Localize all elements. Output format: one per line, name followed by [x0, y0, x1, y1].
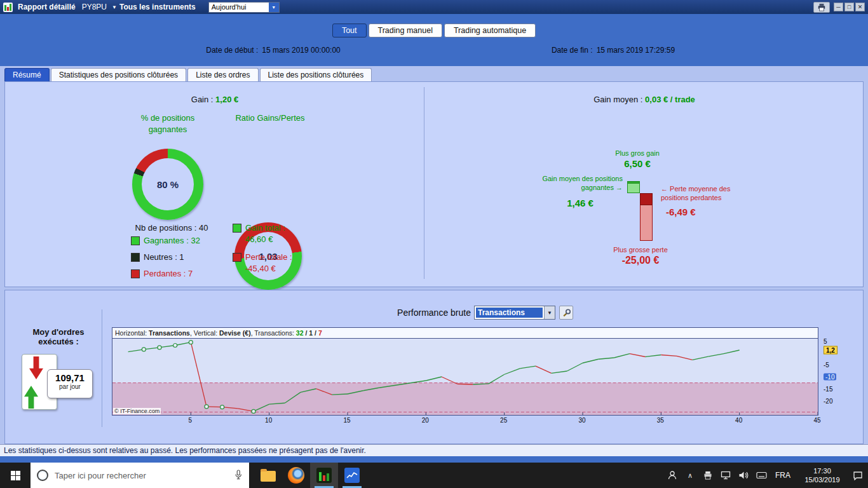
- mode-tabs: Tout Trading manuel Trading automatique: [0, 24, 868, 37]
- tab-statistiques[interactable]: Statistiques des positions clôturées: [51, 68, 186, 81]
- instruments-label: Tous les instruments: [119, 3, 196, 11]
- x-tick-label: 25: [500, 417, 507, 424]
- avg-orders-unit: par jour: [48, 383, 92, 390]
- info-transactions-label: Transactions:: [254, 329, 296, 337]
- instruments-dropdown[interactable]: ▼ Tous les instruments: [112, 3, 196, 11]
- x-tick-label: 20: [422, 417, 429, 424]
- tab-trading-manuel[interactable]: Trading manuel: [369, 24, 442, 37]
- language-indicator[interactable]: FRA: [771, 471, 794, 480]
- tray-chevron-up[interactable]: ∧: [682, 463, 698, 488]
- ratio-title: Ratio Gains/Pertes: [235, 112, 305, 124]
- firefox-button[interactable]: [282, 463, 310, 488]
- period-select[interactable]: Aujourd'hui ▼: [208, 2, 280, 13]
- start-button[interactable]: [0, 463, 31, 488]
- printer-icon: [817, 3, 826, 11]
- chart-settings-icon: [562, 308, 571, 318]
- restore-button[interactable]: □: [844, 3, 854, 11]
- search-placeholder: Taper ici pour rechercher: [55, 471, 146, 480]
- x-tick-label: 10: [265, 417, 272, 424]
- gain-value: 1,20 €: [215, 95, 238, 104]
- x-axis-labels: 51015202530354045: [112, 417, 817, 426]
- tray-printer-icon[interactable]: [700, 463, 715, 488]
- window-bottom-edge: [0, 456, 868, 463]
- legend-label-perdantes: Perdantes : 7: [144, 269, 193, 278]
- max-gain-label: Plus gros gain: [601, 149, 674, 158]
- avg-loss-value: -6,49 €: [666, 207, 729, 217]
- tray-display-icon[interactable]: [718, 463, 733, 488]
- gain-moyen-row: Gain moyen : 0,03 € / trade: [428, 95, 860, 104]
- tab-resume[interactable]: Résumé: [4, 68, 50, 81]
- titlebar: Rapport détaillé PY8PU ▼ Tous les instru…: [0, 0, 868, 14]
- account-label[interactable]: PY8PU: [82, 3, 107, 11]
- keyboard-icon[interactable]: [754, 463, 769, 488]
- panel-divider: [424, 87, 424, 279]
- info-horizontal-label: Horizontal:: [115, 329, 149, 337]
- winrate-value: 80 %: [157, 179, 179, 190]
- print-button[interactable]: [813, 2, 830, 13]
- date-start-value: 15 mars 2019 00:00:00: [262, 46, 340, 55]
- date-end-label: Date de fin :: [552, 46, 593, 55]
- arrow-right-icon: →: [616, 184, 623, 191]
- clock-date: 15/03/2019: [797, 475, 848, 484]
- info-sep: /: [313, 329, 318, 337]
- y-tick-label: -10: [824, 374, 836, 381]
- x-tick-label: 30: [578, 417, 585, 424]
- chart-info-bar: Horizontal: Transactions, Vertical: Devi…: [112, 328, 818, 339]
- winrate-title: % de positions gagnantes: [132, 112, 203, 135]
- file-explorer-button[interactable]: [254, 463, 282, 488]
- equity-chart: Horizontal: Transactions, Vertical: Devi…: [112, 327, 818, 416]
- y-tick-label: 5: [824, 337, 827, 344]
- people-icon[interactable]: [665, 463, 680, 488]
- avg-loss-label: Perte moyenne des positions perdantes: [661, 185, 730, 201]
- chevron-down-icon: ▼: [112, 4, 117, 10]
- trading-app-button[interactable]: [310, 463, 338, 488]
- tab-tout[interactable]: Tout: [332, 24, 367, 37]
- legend-neutres: Neutres : 1: [131, 252, 200, 262]
- firefox-icon: [288, 467, 304, 484]
- date-start: Date de début : 15 mars 2019 00:00:00: [162, 46, 384, 55]
- legend-label-neutres: Neutres : 1: [144, 252, 184, 262]
- action-center-icon[interactable]: [850, 463, 865, 488]
- legend-swatch-perdantes: [131, 269, 140, 278]
- minimize-button[interactable]: ─: [834, 3, 843, 11]
- perf-divider: [102, 309, 102, 427]
- gain-total-swatch: [233, 224, 241, 233]
- tab-liste-positions[interactable]: Liste des positions clôturées: [260, 68, 372, 81]
- info-losses: 7: [318, 329, 322, 337]
- close-button[interactable]: ✕: [855, 3, 865, 11]
- system-tray: ∧ FRA 17:30 15/03/2019: [665, 463, 868, 488]
- taskbar-search[interactable]: Taper ici pour rechercher: [31, 463, 249, 488]
- legend-swatch-neutres: [131, 253, 140, 262]
- info-vertical-value: Devise (€): [219, 329, 251, 337]
- gain-total-label: Gain total :: [245, 223, 285, 233]
- tab-liste-ordres[interactable]: Liste des ordres: [187, 68, 258, 81]
- info-sep: /: [304, 329, 309, 337]
- microphone-icon[interactable]: [234, 469, 243, 482]
- chevron-down-icon: ▼: [547, 310, 552, 316]
- chart-settings-button[interactable]: [559, 306, 573, 320]
- period-select-arrow-button[interactable]: ▼: [269, 3, 279, 12]
- windows-logo-icon: [11, 471, 20, 480]
- perte-totale-label: Perte totale :: [245, 252, 292, 262]
- tab-trading-automatique[interactable]: Trading automatique: [444, 24, 536, 37]
- performance-metric-select[interactable]: Transactions ▼: [474, 306, 555, 320]
- gain-moyen-value: 0,03 € / trade: [645, 95, 695, 104]
- period-value: Aujourd'hui: [209, 3, 269, 11]
- performance-panel: Performance brute Transactions ▼ Moy d'o…: [4, 290, 864, 444]
- clock[interactable]: 17:30 15/03/2019: [797, 466, 848, 485]
- chart-copyright: © IT-Finance.com: [113, 408, 161, 414]
- report-window-button[interactable]: [338, 463, 366, 488]
- x-tick-label: 5: [189, 417, 193, 424]
- volume-icon[interactable]: [736, 463, 751, 488]
- date-end-value: 15 mars 2019 17:29:59: [597, 46, 675, 55]
- info-horizontal-value: Transactions: [149, 329, 190, 337]
- equity-plot-area: © IT-Finance.com: [112, 339, 818, 415]
- app-icon: [3, 3, 13, 12]
- metric-select-arrow-button[interactable]: ▼: [544, 306, 555, 319]
- performance-title: Performance brute: [358, 308, 471, 318]
- nb-positions: Nb de positions : 40: [114, 223, 229, 233]
- x-tick-label: 45: [813, 417, 820, 424]
- avg-orders-widget: 109,71 par jour: [22, 354, 94, 412]
- max-gain-value: 6,50 €: [601, 158, 674, 169]
- legend-swatch-gagnantes: [131, 236, 140, 245]
